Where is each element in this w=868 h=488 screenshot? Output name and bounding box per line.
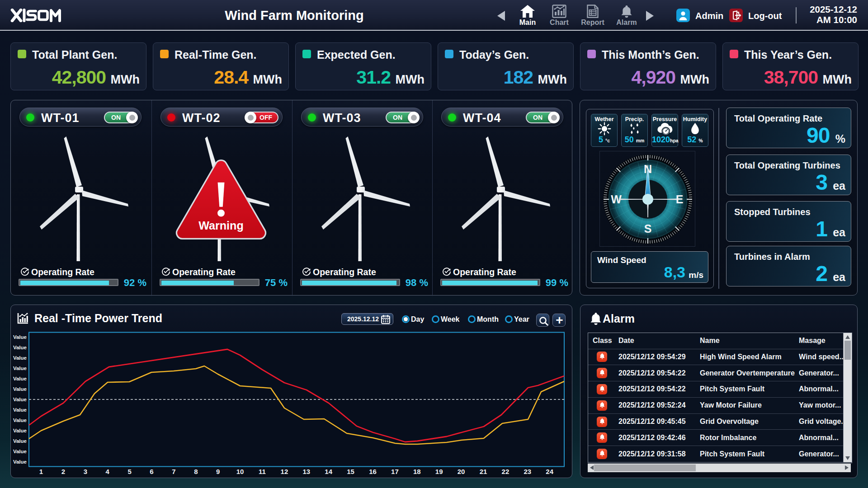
svg-text:Value: Value <box>13 376 27 381</box>
svg-text:Value: Value <box>13 459 27 465</box>
svg-text:23: 23 <box>524 468 531 475</box>
svg-text:24: 24 <box>546 468 553 475</box>
svg-text:9: 9 <box>216 468 220 475</box>
svg-text:10: 10 <box>236 468 244 475</box>
svg-text:21: 21 <box>480 468 487 475</box>
svg-text:20: 20 <box>458 468 465 475</box>
svg-text:4: 4 <box>106 468 110 475</box>
svg-text:5: 5 <box>127 468 131 475</box>
svg-text:1: 1 <box>39 468 43 475</box>
svg-text:15: 15 <box>347 468 354 475</box>
svg-text:22: 22 <box>502 468 509 475</box>
svg-text:Value: Value <box>13 397 27 402</box>
svg-text:Value: Value <box>13 366 27 371</box>
svg-text:E: E <box>676 193 684 206</box>
svg-text:18: 18 <box>413 468 421 475</box>
svg-text:Value: Value <box>13 407 27 413</box>
svg-text:Value: Value <box>13 418 27 423</box>
svg-text:11: 11 <box>259 468 266 475</box>
svg-text:14: 14 <box>325 468 332 475</box>
svg-text:Value: Value <box>13 438 27 444</box>
svg-text:Value: Value <box>13 334 27 340</box>
svg-text:8: 8 <box>194 468 198 475</box>
svg-text:Warning: Warning <box>198 219 244 232</box>
svg-text:Value: Value <box>13 386 27 392</box>
svg-text:Value: Value <box>13 345 27 350</box>
svg-text:13: 13 <box>302 468 310 475</box>
svg-text:Value: Value <box>13 355 27 361</box>
svg-text:6: 6 <box>150 468 153 475</box>
svg-text:16: 16 <box>369 468 377 475</box>
svg-text:S: S <box>644 222 652 235</box>
svg-text:3: 3 <box>84 468 87 475</box>
svg-text:12: 12 <box>281 468 288 475</box>
svg-text:7: 7 <box>172 468 175 475</box>
svg-text:19: 19 <box>435 468 443 475</box>
svg-text:2: 2 <box>61 468 65 475</box>
svg-text:Value: Value <box>13 428 27 433</box>
svg-text:Value: Value <box>13 449 27 454</box>
svg-text:17: 17 <box>391 468 399 475</box>
